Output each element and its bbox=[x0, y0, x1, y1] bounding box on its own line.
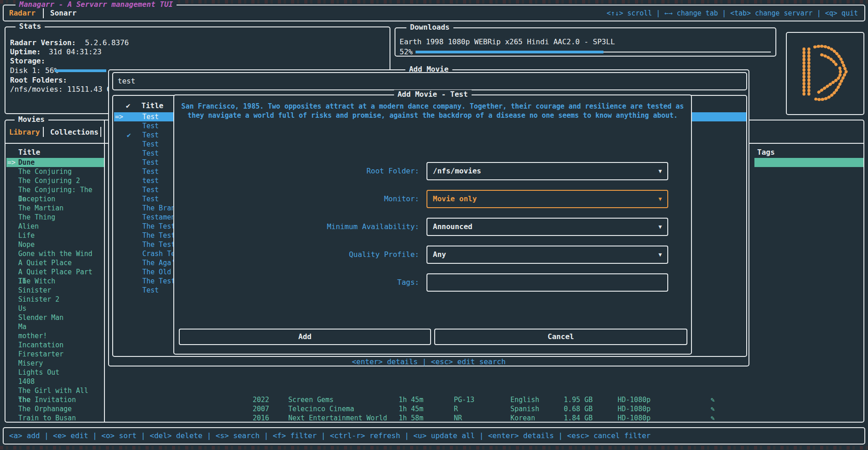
movie-list-item[interactable]: A Quiet Place bbox=[6, 258, 104, 267]
downloads-title: Downloads bbox=[406, 23, 453, 32]
form-field: Quality Profile:Any▼ bbox=[174, 246, 693, 264]
movie-list-item[interactable]: The Thing bbox=[6, 213, 104, 222]
search-result-title: Test bbox=[142, 121, 159, 131]
movie-list-item[interactable]: Lights Out bbox=[6, 368, 104, 377]
form-field-label: Quality Profile: bbox=[174, 246, 419, 264]
form-field-value: Any bbox=[433, 246, 446, 263]
movie-list-item[interactable]: The Girl with All the bbox=[6, 386, 104, 395]
search-result-title: Test bbox=[142, 149, 159, 158]
movie-title: Ma bbox=[18, 322, 26, 331]
search-result-title: Test bbox=[142, 140, 159, 149]
movie-search-input[interactable]: test bbox=[112, 72, 747, 90]
movie-list-item[interactable]: Slender Man bbox=[6, 313, 104, 322]
movie-list-item[interactable]: The Conjuring 2 bbox=[6, 176, 104, 185]
table-row[interactable]: 2022Screen Gems1h 45mPG-13English1.95 GB… bbox=[5, 395, 863, 404]
movie-title: Incantation bbox=[18, 340, 63, 350]
movie-title: Sinister bbox=[18, 286, 51, 295]
edit-pencil-icon[interactable]: ✎ bbox=[711, 413, 715, 423]
movie-quality-cell: HD-1080p bbox=[618, 413, 650, 423]
stats-title: Stats bbox=[16, 22, 45, 31]
movie-title: Us bbox=[18, 304, 26, 313]
movie-list-item[interactable]: The Martian bbox=[6, 204, 104, 213]
movie-title: Sinister 2 bbox=[18, 295, 59, 304]
movie-language-cell: Spanish bbox=[510, 404, 539, 413]
movies-list-right-border bbox=[104, 120, 105, 422]
movie-list-item[interactable]: 1408 bbox=[6, 377, 104, 386]
movie-title: The Thing bbox=[18, 213, 55, 222]
search-result-title: test bbox=[142, 176, 159, 185]
movie-list-item[interactable]: Ma bbox=[6, 322, 104, 331]
movie-list-item[interactable]: Gone with the Wind bbox=[6, 249, 104, 258]
movie-list-item[interactable]: Sinister bbox=[6, 286, 104, 295]
movie-list-item[interactable]: Misery bbox=[6, 359, 104, 368]
movie-list-item[interactable]: =>Dune bbox=[6, 158, 104, 167]
form-field: Monitor:Movie only▼ bbox=[174, 190, 693, 208]
library-title: Movies bbox=[15, 115, 48, 124]
edit-pencil-icon[interactable]: ✎ bbox=[711, 395, 715, 404]
form-select[interactable]: Announced▼ bbox=[426, 218, 668, 236]
stats-uptime: Uptime: 31d 04:31:23 bbox=[10, 47, 102, 57]
selected-row-tags-highlight[interactable] bbox=[754, 158, 863, 167]
movie-list-item[interactable]: The Witch bbox=[6, 277, 104, 286]
table-row[interactable]: 2016Next Entertainment World1h 58mNRKore… bbox=[5, 413, 863, 423]
stats-rootfolder-value: /nfs/movies: 11511.43 GB bbox=[10, 85, 115, 94]
tab-separator bbox=[100, 127, 101, 137]
form-select[interactable]: Any▼ bbox=[426, 246, 668, 264]
movie-title: The Martian bbox=[18, 204, 63, 213]
search-result-title: The Test bbox=[142, 222, 175, 231]
form-field-label: Monitor: bbox=[174, 190, 419, 208]
search-result-title: The Aga' bbox=[142, 258, 175, 267]
movie-language-cell: Korean bbox=[510, 413, 535, 423]
movie-list-item[interactable]: Alien bbox=[6, 222, 104, 231]
stats-rootfolders-label: Root Folders: bbox=[10, 76, 67, 85]
form-field: Root Folder:/nfs/movies▼ bbox=[174, 162, 693, 180]
movie-year-cell: 2007 bbox=[253, 404, 269, 413]
movie-studio-cell: Next Entertainment World bbox=[288, 413, 387, 423]
tags-column-header: Tags bbox=[757, 148, 775, 157]
table-row[interactable]: 2007Telecinco Cinema1h 45mRSpanish0.68 G… bbox=[5, 404, 863, 413]
form-select[interactable]: /nfs/movies▼ bbox=[426, 162, 668, 180]
movie-list-item[interactable]: The Conjuring: The De bbox=[6, 185, 104, 194]
tab-sonarr[interactable]: Sonarr bbox=[50, 9, 77, 18]
movie-runtime-cell: 1h 58m bbox=[399, 413, 423, 423]
movie-list-item[interactable]: A Quiet Place Part II bbox=[6, 267, 104, 277]
tab-library[interactable]: Library bbox=[9, 128, 40, 137]
movie-rating-cell: R bbox=[454, 404, 458, 413]
add-movie-modal-title: Add Movie - Test bbox=[394, 90, 471, 99]
movie-runtime-cell: 1h 45m bbox=[399, 395, 423, 404]
movie-list-item[interactable]: Sinister 2 bbox=[6, 295, 104, 304]
form-field-label: Minimum Availability: bbox=[174, 218, 419, 236]
search-result-title: Testamen bbox=[142, 213, 175, 222]
chevron-down-icon: ▼ bbox=[659, 246, 662, 263]
popup-footer-keybinds: <enter> details | <esc> edit search bbox=[352, 357, 505, 366]
search-result-title: The Test bbox=[142, 277, 175, 286]
movie-list-item[interactable]: The Conjuring bbox=[6, 167, 104, 176]
managarr-tui-screen: Managarr - A Servarr management TUI Rada… bbox=[0, 0, 868, 450]
cancel-button[interactable]: Cancel bbox=[434, 329, 687, 345]
search-result-title: The Old bbox=[142, 267, 171, 277]
form-input[interactable] bbox=[426, 273, 668, 292]
stats-uptime-label: Uptime: bbox=[10, 47, 41, 56]
stats-disk-label: Disk 1: 56% bbox=[10, 66, 58, 75]
movie-list-item[interactable]: Nope bbox=[6, 240, 104, 249]
movie-title: Life bbox=[18, 231, 35, 240]
edit-pencil-icon[interactable]: ✎ bbox=[711, 404, 715, 413]
movie-list-item[interactable]: Inception bbox=[6, 194, 104, 204]
movie-list-item[interactable]: Firestarter bbox=[6, 350, 104, 359]
search-result-title: The Test bbox=[142, 240, 175, 249]
movie-quality-cell: HD-1080p bbox=[618, 395, 650, 404]
stats-storage-label: Storage: bbox=[10, 57, 45, 66]
tab-collections[interactable]: Collections bbox=[50, 128, 99, 137]
movie-list-item[interactable]: Incantation bbox=[6, 340, 104, 350]
movie-language-cell: English bbox=[510, 395, 539, 404]
add-button[interactable]: Add bbox=[179, 329, 431, 345]
movie-list-item[interactable]: Us bbox=[6, 304, 104, 313]
form-select[interactable]: Movie only▼ bbox=[426, 190, 668, 208]
tab-radarr[interactable]: Radarr bbox=[9, 9, 36, 18]
movie-title: Misery bbox=[18, 359, 43, 368]
chevron-down-icon: ▼ bbox=[659, 191, 662, 207]
movie-title: Firestarter bbox=[18, 350, 63, 359]
movie-list-item[interactable]: mother! bbox=[6, 331, 104, 340]
movie-title: Gone with the Wind bbox=[18, 249, 93, 258]
movie-list-item[interactable]: Life bbox=[6, 231, 104, 240]
